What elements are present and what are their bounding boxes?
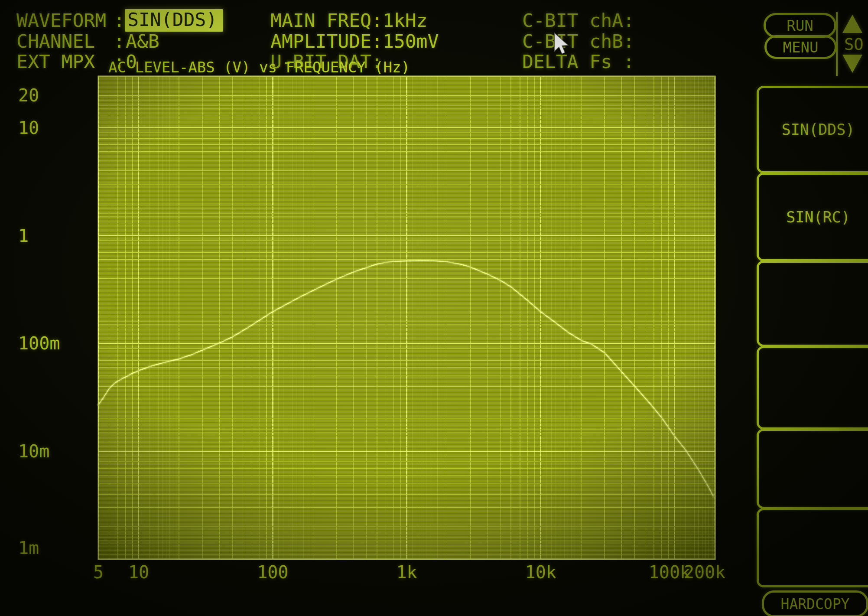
x-tick-label: 5 (93, 564, 104, 581)
main-freq-field[interactable]: MAIN FREQ:1kHz (270, 11, 427, 30)
ext-mpx-label: EXT MPX (16, 52, 95, 71)
softkey-4[interactable] (757, 346, 868, 430)
x-tick-label: 200k (684, 564, 725, 581)
waveform-label: WAVEFORM (16, 11, 106, 30)
channel-value-field[interactable]: A&B (126, 32, 159, 51)
delta-fs-field: DELTA Fs : (522, 52, 634, 71)
x-tick-label: 100 (257, 564, 288, 581)
frequency-response-chart (0, 0, 868, 616)
y-tick-label: 10m (18, 443, 49, 460)
y-tick-label: 1 (18, 227, 29, 244)
menu-button-label: MENU (783, 39, 819, 56)
softkey-sin-rc[interactable]: SIN(RC) (757, 173, 868, 261)
waveform-colon: : (114, 11, 125, 30)
chart-title: AC LEVEL-ABS (V) vs FREQUENCY (Hz) (108, 60, 410, 75)
hardcopy-button-label: HARDCOPY (781, 596, 850, 613)
x-tick-label: 10 (128, 564, 149, 581)
instrument-screen: WAVEFORM : SIN(DDS) CHANNEL : A&B EXT MP… (0, 0, 868, 616)
y-tick-label: 100m (18, 335, 60, 352)
x-tick-label: 1k (396, 564, 417, 581)
softkey-5[interactable] (757, 429, 868, 509)
channel-label: CHANNEL (16, 32, 95, 51)
y-tick-label: 10 (18, 119, 39, 137)
softkey-sin-dds-label: SIN(DDS) (782, 121, 855, 138)
run-button-label: RUN (787, 17, 813, 34)
scroll-down-icon[interactable] (842, 55, 862, 73)
softkey-sin-dds[interactable]: SIN(DDS) (757, 86, 868, 173)
hardcopy-button[interactable]: HARDCOPY (762, 590, 868, 616)
y-tick-label: 20 (18, 87, 39, 104)
waveform-value-field[interactable]: SIN(DDS) (125, 9, 223, 32)
c-bit-chb-field: C-BIT chB: (522, 32, 634, 51)
x-tick-label: 10k (525, 564, 556, 581)
amplitude-field[interactable]: AMPLITUDE:150mV (270, 32, 439, 51)
y-tick-label: 1m (18, 539, 39, 557)
menu-button[interactable]: MENU (764, 35, 837, 59)
run-button[interactable]: RUN (764, 13, 836, 38)
scroll-separator-line (836, 12, 838, 76)
softkey-3[interactable] (757, 261, 868, 347)
mouse-cursor-icon (554, 32, 569, 55)
scroll-label: SO (844, 36, 864, 52)
channel-colon: : (114, 32, 125, 51)
softkey-6[interactable] (757, 508, 868, 587)
scroll-up-icon[interactable] (842, 15, 862, 33)
softkey-sin-rc-label: SIN(RC) (786, 209, 850, 226)
c-bit-cha-field: C-BIT chA: (522, 11, 634, 30)
